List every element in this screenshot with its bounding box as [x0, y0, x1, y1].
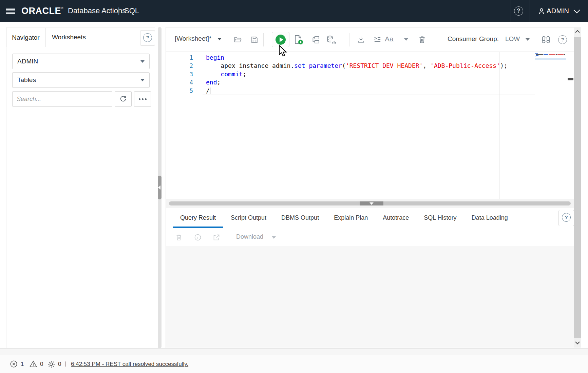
- tab-explain-plan[interactable]: Explain Plan: [326, 208, 375, 228]
- save-button[interactable]: [250, 35, 259, 44]
- minimap-viewport: [535, 58, 566, 60]
- run-statement-button[interactable]: [272, 32, 289, 47]
- page-scrollbar[interactable]: [574, 27, 581, 348]
- warnings-indicator[interactable]: [29, 360, 38, 368]
- scroll-down-icon[interactable]: [574, 339, 581, 348]
- scroll-up-icon[interactable]: [574, 28, 581, 37]
- code-line[interactable]: /: [206, 87, 508, 95]
- header-separator: [511, 0, 511, 22]
- navigator-help-button[interactable]: ?: [140, 30, 155, 46]
- more-actions-button[interactable]: [134, 91, 151, 107]
- processes-count: 0: [58, 361, 61, 368]
- errors-count: 1: [21, 361, 24, 368]
- autotrace-icon: [327, 36, 332, 38]
- autotrace-button[interactable]: [326, 35, 336, 44]
- text-cursor: [210, 87, 210, 94]
- format-button[interactable]: [373, 35, 382, 44]
- tab-worksheets[interactable]: Worksheets: [52, 28, 86, 47]
- header-separator: [530, 0, 530, 22]
- registered-mark: ®: [61, 6, 63, 10]
- help-icon: ?: [562, 213, 571, 222]
- save-icon: [252, 37, 257, 42]
- code-line[interactable]: end;: [206, 78, 508, 86]
- tab-autotrace[interactable]: Autotrace: [375, 208, 416, 228]
- panel-splitter-handle[interactable]: [158, 176, 162, 199]
- user-menu[interactable]: ADMIN: [547, 7, 569, 15]
- find-button[interactable]: [541, 35, 551, 44]
- results-splitter-handle[interactable]: [360, 201, 383, 205]
- navigator-panel: Navigator Worksheets ? ADMIN Tables: [6, 27, 155, 348]
- code-line[interactable]: begin: [206, 54, 508, 62]
- results-splitter-track: [166, 199, 574, 208]
- worksheet-selector[interactable]: [Worksheet]*: [175, 35, 211, 42]
- font-size-button[interactable]: Aa: [385, 35, 394, 43]
- code-token: set_parameter: [294, 62, 342, 69]
- download-chevron-icon[interactable]: [272, 236, 276, 239]
- result-info-button[interactable]: [194, 233, 202, 241]
- editor-overview-ruler: [567, 52, 567, 199]
- trash-icon: [177, 235, 181, 236]
- help-icon: ?: [143, 33, 152, 42]
- tab-dbms-output[interactable]: DBMS Output: [274, 208, 326, 228]
- download-results-button[interactable]: Download: [236, 233, 263, 240]
- processes-indicator[interactable]: [47, 360, 56, 369]
- code-line[interactable]: commit;: [206, 70, 508, 78]
- results-splitter-bar[interactable]: [169, 201, 571, 205]
- code-token: /: [206, 87, 210, 94]
- editor-scroll-marker: [568, 78, 573, 80]
- toolbar-divider: [263, 33, 264, 46]
- search-input[interactable]: [12, 91, 112, 107]
- errors-indicator[interactable]: [10, 360, 18, 368]
- trash-icon: [419, 37, 424, 38]
- code-token: ;: [217, 79, 221, 86]
- run-script-play-badge: [298, 40, 303, 44]
- font-size-chevron-icon[interactable]: [404, 38, 408, 41]
- explain-plan-button[interactable]: [311, 35, 320, 44]
- code-token: begin: [206, 54, 224, 61]
- line-number: 1: [179, 54, 193, 62]
- code-token: ;: [243, 71, 246, 78]
- object-type-select[interactable]: Tables: [12, 72, 150, 88]
- code-token: );: [500, 62, 508, 69]
- open-result-button[interactable]: [212, 233, 221, 241]
- user-chevron-down-icon[interactable]: [573, 9, 581, 14]
- status-bar: 1 0 0 | 6:42:53 PM - REST call resolved …: [0, 355, 588, 373]
- code-line[interactable]: apex_instance_admin.set_parameter('RESTR…: [206, 62, 508, 70]
- tab-script-output[interactable]: Script Output: [223, 208, 274, 228]
- tab-query-result[interactable]: Query Result: [173, 208, 223, 228]
- results-panel: Query Result Script Output DBMS Output E…: [166, 208, 574, 348]
- worksheet-area: [Worksheet]*: [166, 27, 574, 348]
- worksheet-chevron-down-icon[interactable]: [217, 38, 222, 40]
- tab-data-loading[interactable]: Data Loading: [464, 208, 515, 228]
- download-query-button[interactable]: [357, 35, 365, 44]
- clear-worksheet-button[interactable]: [418, 35, 426, 44]
- refresh-button[interactable]: [115, 91, 132, 107]
- editor-code[interactable]: begin apex_instance_admin.set_parameter(…: [206, 54, 508, 95]
- status-message-link[interactable]: 6:42:53 PM - REST call resolved successf…: [71, 361, 188, 368]
- worksheet-help-button[interactable]: ?: [558, 35, 567, 44]
- consumer-group-select[interactable]: LOW: [505, 35, 520, 43]
- editor-minimap[interactable]: [535, 53, 566, 60]
- sql-editor[interactable]: 12345 begin apex_instance_admin.set_para…: [166, 52, 574, 199]
- header-help-icon[interactable]: ?: [514, 6, 523, 16]
- scrollbar-thumb[interactable]: [574, 37, 581, 338]
- code-token: 'ADB-Public-Access': [430, 62, 500, 69]
- gear-icon: [50, 363, 53, 366]
- code-token: end: [206, 79, 217, 86]
- open-file-button[interactable]: [233, 35, 243, 44]
- consumer-group-chevron-icon[interactable]: [526, 38, 530, 41]
- consumer-group-label: Consumer Group:: [448, 35, 499, 43]
- line-number: 3: [179, 70, 193, 78]
- help-icon: ?: [558, 35, 567, 44]
- hamburger-menu-icon[interactable]: [6, 8, 15, 14]
- clear-results-button[interactable]: [175, 233, 183, 241]
- schema-select[interactable]: ADMIN: [12, 54, 150, 69]
- line-number: 2: [179, 62, 193, 70]
- collapse-down-icon: [369, 202, 374, 205]
- code-token: [206, 71, 221, 78]
- tab-navigator[interactable]: Navigator: [6, 28, 45, 47]
- run-script-button[interactable]: [293, 35, 303, 45]
- tab-sql-history[interactable]: SQL History: [416, 208, 464, 228]
- results-help-button[interactable]: ?: [558, 210, 574, 226]
- oracle-logo: ORACLE®: [21, 6, 63, 16]
